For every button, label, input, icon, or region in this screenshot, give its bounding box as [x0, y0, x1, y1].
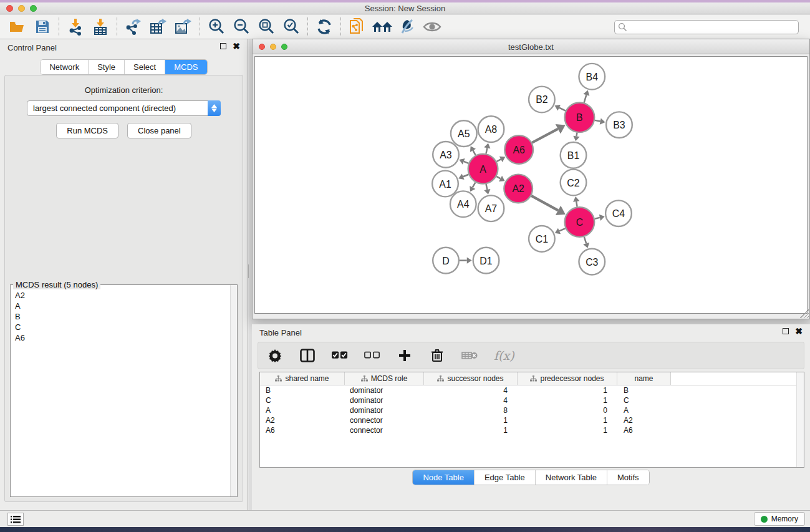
- tab-network-table[interactable]: Network Table: [536, 470, 607, 485]
- table-cell[interactable]: C: [617, 396, 671, 405]
- zoom-out-icon[interactable]: [229, 16, 254, 37]
- eye-icon[interactable]: [420, 16, 445, 37]
- import-network-icon[interactable]: [63, 16, 88, 37]
- table-cell[interactable]: connector: [345, 426, 424, 435]
- table-cell[interactable]: A: [617, 406, 671, 415]
- table-cell[interactable]: dominator: [345, 406, 424, 415]
- float-panel-icon[interactable]: [220, 43, 226, 49]
- tab-edge-table[interactable]: Edge Table: [475, 470, 536, 485]
- delete-table-icon[interactable]: [461, 347, 478, 364]
- mcds-result-list[interactable]: A2ABCA6: [11, 290, 229, 496]
- graph-node-C[interactable]: C: [565, 207, 595, 237]
- table-row[interactable]: A2connector11A2: [260, 415, 804, 425]
- select-all-icon[interactable]: [332, 347, 348, 364]
- table-cell[interactable]: 4: [424, 396, 518, 405]
- hide-graphics-details-icon[interactable]: [395, 16, 420, 37]
- delete-column-icon[interactable]: [429, 347, 445, 364]
- add-column-icon[interactable]: [397, 347, 413, 364]
- table-cell[interactable]: 8: [424, 406, 518, 415]
- show-column-panel-icon[interactable]: [299, 347, 316, 364]
- mcds-result-item[interactable]: A2: [11, 290, 229, 301]
- table-cell[interactable]: dominator: [345, 386, 424, 395]
- graph-node-D1[interactable]: D1: [473, 248, 499, 274]
- network-window-titlebar[interactable]: testGlobe.txt: [253, 39, 809, 54]
- run-mcds-button[interactable]: Run MCDS: [56, 123, 118, 138]
- table-cell[interactable]: C: [260, 396, 345, 405]
- graph-edge-B-B3[interactable]: [595, 120, 600, 122]
- table-cell[interactable]: A2: [260, 416, 345, 425]
- export-table-icon[interactable]: [146, 16, 171, 37]
- graph-node-D[interactable]: D: [433, 248, 459, 274]
- deselect-all-icon[interactable]: [364, 347, 380, 364]
- table-cell[interactable]: connector: [345, 416, 424, 425]
- mcds-result-item[interactable]: B: [11, 311, 229, 322]
- graph-edge-A-A4[interactable]: [473, 182, 476, 187]
- graph-edge-A-A1[interactable]: [463, 175, 469, 177]
- graph-node-A4[interactable]: A4: [450, 191, 476, 217]
- table-cell[interactable]: 1: [518, 396, 617, 405]
- table-row[interactable]: Bdominator41B: [260, 385, 804, 395]
- close-panel-button[interactable]: Close panel: [127, 123, 191, 138]
- table-cell[interactable]: A6: [617, 426, 671, 435]
- graph-node-B1[interactable]: B1: [561, 142, 587, 168]
- export-image-icon[interactable]: [171, 16, 196, 37]
- zoom-fit-icon[interactable]: [254, 16, 279, 37]
- table-cell[interactable]: B: [260, 386, 345, 395]
- graph-node-A6[interactable]: A6: [504, 135, 533, 164]
- graph-edge-A6-B[interactable]: [532, 129, 558, 143]
- memory-button[interactable]: Memory: [754, 512, 805, 526]
- zoom-in-icon[interactable]: [204, 16, 229, 37]
- table-cell[interactable]: A2: [617, 416, 671, 425]
- table-settings-gear-icon[interactable]: [267, 347, 283, 364]
- table-cell[interactable]: A6: [260, 426, 345, 435]
- table-scrollbar[interactable]: [796, 372, 804, 467]
- graph-edge-A-A6[interactable]: [496, 159, 501, 162]
- mcds-result-item[interactable]: A: [11, 301, 229, 311]
- table-cell[interactable]: 0: [518, 406, 617, 415]
- graph-node-A5[interactable]: A5: [451, 120, 477, 147]
- graph-edge-B-B2[interactable]: [559, 108, 566, 111]
- graph-node-B3[interactable]: B3: [606, 112, 632, 138]
- column-header-mcds-role[interactable]: MCDS role: [345, 372, 424, 385]
- graph-node-B2[interactable]: B2: [529, 87, 555, 113]
- zoom-selected-icon[interactable]: [279, 16, 304, 37]
- graph-edge-A-A3[interactable]: [464, 162, 469, 163]
- resize-grip-icon[interactable]: [800, 309, 809, 318]
- column-header-predecessor-nodes[interactable]: predecessor nodes: [518, 372, 617, 385]
- column-header-name[interactable]: name: [617, 372, 671, 385]
- graph-edge-C-C4[interactable]: [595, 218, 600, 219]
- network-canvas[interactable]: B4B2BB3A5A8A6A3B1AC2A1A2A4A7C4CC1C3DD1: [254, 56, 808, 314]
- function-builder-icon[interactable]: f(x): [494, 349, 514, 362]
- tab-select[interactable]: Select: [125, 60, 165, 74]
- close-table-panel-icon[interactable]: ✖: [795, 328, 803, 334]
- show-all-networks-icon[interactable]: [370, 16, 395, 37]
- graph-node-A8[interactable]: A8: [478, 116, 504, 142]
- graph-edge-C-C3[interactable]: [584, 237, 586, 243]
- graph-edge-B-B4[interactable]: [584, 95, 587, 102]
- table-row[interactable]: Cdominator41C: [260, 395, 804, 405]
- export-network-icon[interactable]: [121, 16, 146, 37]
- graph-edge-A-A7[interactable]: [486, 184, 488, 190]
- tab-node-table[interactable]: Node Table: [413, 470, 475, 485]
- graph-edge-A2-C[interactable]: [531, 196, 558, 210]
- new-network-from-file-icon[interactable]: [345, 16, 370, 37]
- tab-network[interactable]: Network: [41, 60, 89, 74]
- tab-motifs[interactable]: Motifs: [607, 470, 649, 485]
- graph-node-B[interactable]: B: [565, 102, 595, 132]
- column-header-shared-name[interactable]: shared name: [260, 372, 345, 385]
- graph-node-C4[interactable]: C4: [605, 200, 632, 226]
- open-file-icon[interactable]: [5, 16, 30, 37]
- graph-edge-A-A8[interactable]: [486, 148, 488, 153]
- table-cell[interactable]: 4: [424, 386, 518, 395]
- tab-mcds[interactable]: MCDS: [165, 60, 206, 74]
- table-cell[interactable]: 1: [518, 416, 617, 425]
- graph-node-A7[interactable]: A7: [478, 195, 504, 221]
- mcds-result-item[interactable]: A6: [11, 332, 229, 343]
- graph-edge-C-C2[interactable]: [576, 201, 577, 207]
- mcds-result-scrollbar[interactable]: [230, 285, 237, 496]
- graph-node-C2[interactable]: C2: [561, 170, 587, 196]
- apply-layout-icon[interactable]: [312, 16, 337, 37]
- graph-node-B4[interactable]: B4: [579, 64, 605, 90]
- table-cell[interactable]: dominator: [345, 396, 424, 405]
- graph-node-C1[interactable]: C1: [529, 226, 555, 252]
